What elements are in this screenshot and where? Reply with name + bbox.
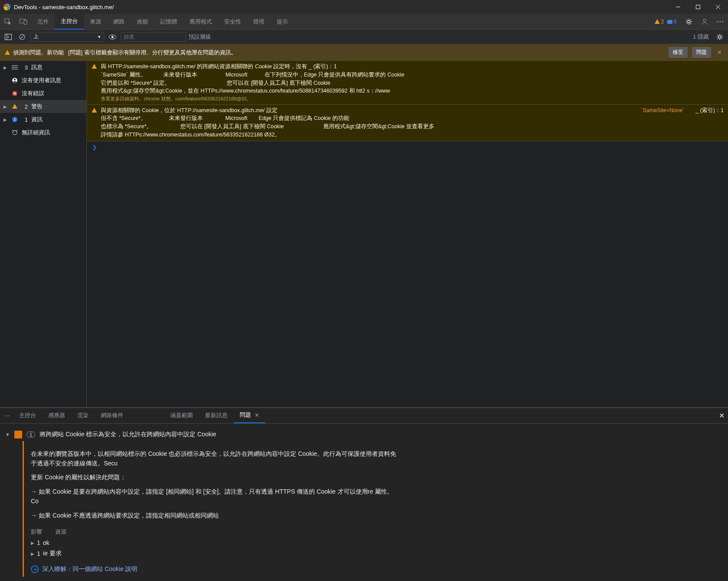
issues-infobar: 偵測到問題。新功能 [問題] 索引標籤會顯示有關停用、分行變更及其他潛在問題的資… bbox=[0, 44, 728, 61]
console-messages: 與 HTTP://samesite-sandbox.glitch.me/ 的跨網… bbox=[87, 61, 728, 407]
tab-network[interactable]: 網路 bbox=[107, 14, 131, 30]
warning-count-badge[interactable]: 2 bbox=[654, 18, 664, 25]
warning-count: 2 bbox=[661, 18, 664, 25]
tab-application[interactable]: 應用程式 bbox=[183, 14, 218, 30]
log-levels-select[interactable]: 預設層級 bbox=[189, 33, 211, 41]
window-title: DevTools - samesite-sandbox.glitch.me/ bbox=[14, 4, 668, 10]
svg-line-34 bbox=[17, 130, 17, 131]
sidebar-info[interactable]: ▶ i 1 資訊 bbox=[0, 113, 86, 126]
drawer-tab-network-conditions[interactable]: 網路條件 bbox=[95, 408, 129, 423]
resource-row[interactable]: ▶1 ok bbox=[31, 539, 398, 546]
drawer-close-icon[interactable]: ✕ bbox=[715, 412, 728, 420]
infobar-label: 偵測到問題。新功能 bbox=[13, 49, 64, 56]
maximize-button[interactable] bbox=[688, 0, 708, 14]
drawer: ⋯ 主控台 感應器 渲染 網路條件 涵蓋範圍 最新訊息 問題✕ ✕ ▼ 1 將跨… bbox=[0, 407, 728, 581]
svg-point-19 bbox=[718, 36, 721, 38]
infobar-close-icon[interactable]: ✕ bbox=[715, 49, 724, 56]
infobar-text: [問題] 索引標籤會顯示有關停用、分行變更及其他潛在問題的資訊。 bbox=[68, 49, 237, 56]
svg-point-31 bbox=[13, 131, 14, 132]
info-count: 6 bbox=[674, 18, 677, 25]
svg-point-18 bbox=[112, 36, 114, 38]
tab-hints[interactable]: 提示 bbox=[271, 14, 294, 30]
clear-console-icon[interactable] bbox=[17, 31, 28, 43]
close-tab-icon[interactable]: ✕ bbox=[255, 412, 259, 418]
warning-icon bbox=[91, 63, 98, 103]
drawer-tab-coverage[interactable]: 涵蓋範圍 bbox=[164, 408, 199, 423]
svg-point-10 bbox=[717, 21, 718, 22]
filter-input[interactable] bbox=[121, 32, 186, 42]
live-expression-icon[interactable] bbox=[107, 31, 118, 43]
tab-lighthouse[interactable]: 燈塔 bbox=[247, 14, 271, 30]
svg-point-32 bbox=[16, 131, 17, 132]
main-tabs: 元件 主控台 來源 網路 效能 記憶體 應用程式 安全性 燈塔 提示 2 6 bbox=[0, 14, 728, 30]
svg-rect-1 bbox=[696, 5, 700, 9]
issue-count: 1 bbox=[26, 432, 35, 438]
device-toggle-icon[interactable] bbox=[16, 14, 31, 30]
sidebar-warnings[interactable]: ▶ 2 警告 bbox=[0, 100, 86, 113]
more-icon[interactable] bbox=[712, 14, 728, 30]
learn-more-link[interactable]: ➔ 深入瞭解：同一個網站 Cookie 說明 bbox=[31, 565, 398, 573]
issue-paragraph: 在未來的瀏覽器版本中，以相同網站標示的 Cookie 也必須標示為安全，以允許在… bbox=[31, 449, 398, 468]
drawer-tab-rendering[interactable]: 渲染 bbox=[71, 408, 95, 423]
warning-icon bbox=[91, 106, 98, 139]
arrow-right-icon: ➔ bbox=[31, 565, 39, 573]
svg-point-24 bbox=[14, 79, 16, 80]
issue-severity-icon bbox=[14, 431, 22, 438]
svg-text:i: i bbox=[14, 117, 16, 122]
affected-label: 影響 bbox=[31, 528, 42, 536]
drawer-more-icon[interactable]: ⋯ bbox=[0, 412, 13, 419]
tab-security[interactable]: 安全性 bbox=[218, 14, 247, 30]
issues-button[interactable]: 問題 bbox=[692, 47, 711, 58]
warning-icon bbox=[4, 50, 10, 56]
issue-title: 將跨網站 Cookie 標示為安全，以允許在跨網站內容中設定 Cookie bbox=[40, 431, 216, 438]
svg-rect-13 bbox=[5, 34, 12, 40]
tab-performance[interactable]: 效能 bbox=[131, 14, 154, 30]
sidebar-toggle-icon[interactable] bbox=[3, 31, 14, 43]
console-message[interactable]: 與資源相關聯的 Cookie，位於 HTTP://samesite-sandbo… bbox=[87, 105, 728, 141]
console-settings-icon[interactable] bbox=[714, 31, 725, 43]
svg-rect-7 bbox=[667, 20, 672, 24]
svg-point-8 bbox=[688, 20, 690, 23]
console-prompt[interactable]: ❯ bbox=[87, 141, 728, 153]
resource-row[interactable]: ▶1 ie 要求 bbox=[31, 550, 398, 558]
svg-point-12 bbox=[722, 21, 724, 22]
titlebar: DevTools - samesite-sandbox.glitch.me/ bbox=[0, 0, 728, 14]
tab-console[interactable]: 主控台 bbox=[55, 14, 84, 30]
settings-icon[interactable] bbox=[681, 14, 697, 30]
tab-elements[interactable]: 元件 bbox=[31, 14, 55, 30]
svg-point-9 bbox=[703, 19, 706, 22]
drawer-tab-sensors[interactable]: 感應器 bbox=[42, 408, 71, 423]
context-select[interactable]: 上▼ bbox=[30, 32, 104, 42]
svg-rect-6 bbox=[24, 20, 27, 24]
app-icon bbox=[3, 3, 10, 10]
minimize-button[interactable] bbox=[668, 0, 688, 14]
issue-header[interactable]: ▼ 1 將跨網站 Cookie 標示為安全，以允許在跨網站內容中設定 Cooki… bbox=[5, 428, 723, 441]
hidden-count[interactable]: 1 隱藏 bbox=[693, 33, 709, 41]
tab-sources[interactable]: 來源 bbox=[84, 14, 107, 30]
sidebar-messages[interactable]: ▶ 3 訊息 bbox=[0, 61, 86, 74]
drawer-tab-whatsnew[interactable]: 最新訊息 bbox=[199, 408, 234, 423]
inspect-icon[interactable] bbox=[0, 14, 16, 30]
close-button[interactable] bbox=[708, 0, 728, 14]
sidebar-errors[interactable]: 沒有錯誤 bbox=[0, 87, 86, 100]
issue-paragraph: → 如果 Cookie 是要在跨網站內容中設定，請指定 [相同網站] 和 [安全… bbox=[31, 487, 398, 506]
goto-button[interactable]: 移至 bbox=[668, 47, 688, 58]
sidebar-user[interactable]: 沒有使用者訊息 bbox=[0, 74, 86, 87]
issue-paragraph: → 如果 Cookie 不應透過跨網站要求設定，請指定相同網站或相同網站 bbox=[31, 511, 398, 520]
tab-memory[interactable]: 記憶體 bbox=[154, 14, 183, 30]
console-message[interactable]: 與 HTTP://samesite-sandbox.glitch.me/ 的跨網… bbox=[87, 61, 728, 105]
issue-body: 在未來的瀏覽器版本中，以相同網站標示的 Cookie 也必須標示為安全，以允許在… bbox=[23, 441, 405, 577]
issue-paragraph: 更新 Cookie 的屬性以解決此問題： bbox=[31, 472, 398, 482]
console-sidebar: ▶ 3 訊息 沒有使用者訊息 沒有錯誤 ▶ 2 警告 bbox=[0, 61, 87, 407]
expand-icon: ▼ bbox=[5, 432, 10, 437]
svg-line-33 bbox=[12, 130, 13, 131]
info-count-badge[interactable]: 6 bbox=[667, 18, 677, 25]
resources-label: 資源 bbox=[55, 528, 66, 536]
drawer-tab-console[interactable]: 主控台 bbox=[13, 408, 42, 423]
drawer-tab-issues[interactable]: 問題✕ bbox=[234, 408, 265, 423]
svg-line-16 bbox=[20, 35, 24, 39]
console-toolbar: 上▼ 預設層級 1 隱藏 bbox=[0, 30, 728, 44]
sidebar-verbose[interactable]: 無詳細資訊 bbox=[0, 126, 86, 139]
account-icon[interactable] bbox=[697, 14, 712, 30]
svg-point-11 bbox=[720, 21, 721, 22]
